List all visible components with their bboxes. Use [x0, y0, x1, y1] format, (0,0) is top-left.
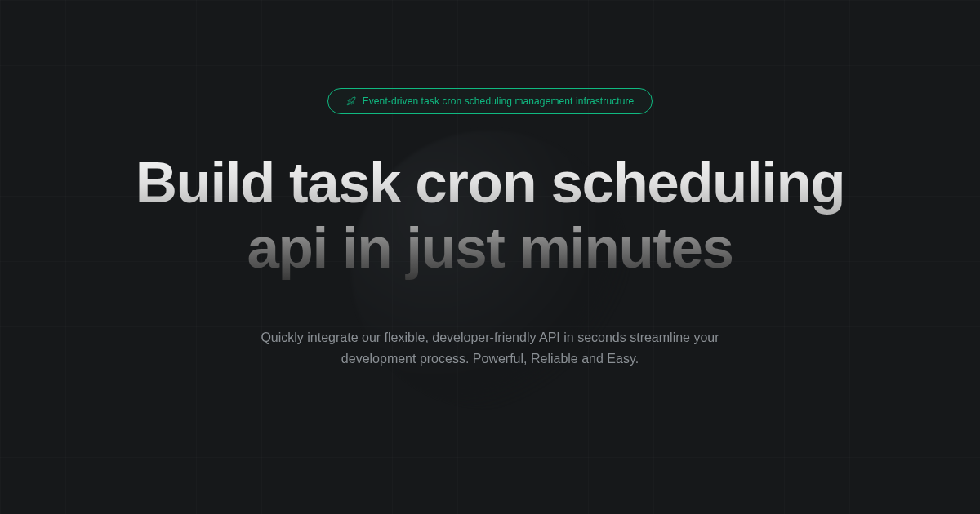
hero-container: Event-driven task cron scheduling manage… [0, 0, 980, 514]
badge-label: Event-driven task cron scheduling manage… [363, 95, 635, 107]
hero-subtext: Quickly integrate our flexible, develope… [237, 327, 743, 370]
rocket-icon [346, 96, 356, 106]
hero-headline: Build task cron scheduling api in just m… [122, 150, 858, 280]
feature-badge[interactable]: Event-driven task cron scheduling manage… [327, 88, 653, 114]
